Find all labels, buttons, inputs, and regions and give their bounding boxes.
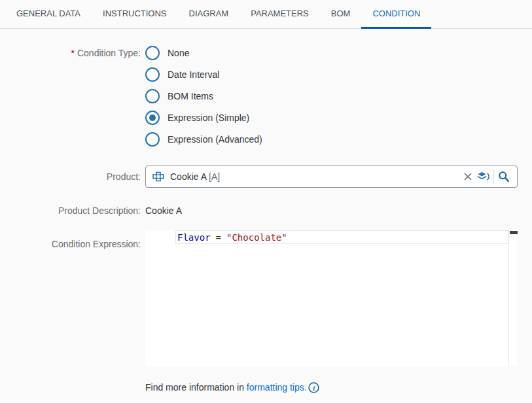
radio-circle-icon xyxy=(145,132,160,147)
code-identifier: Flavor xyxy=(177,232,211,243)
radio-label: None xyxy=(168,46,189,60)
clear-icon[interactable] xyxy=(460,169,476,184)
radio-circle-icon xyxy=(145,89,160,103)
code-string: "Chocolate" xyxy=(226,232,287,243)
product-row: Product: Cookie A [A] xyxy=(0,166,532,188)
editor-scrollbar[interactable] xyxy=(508,230,518,366)
tab-diagram[interactable]: DIAGRAM xyxy=(178,0,240,29)
radio-label: Expression (Simple) xyxy=(168,111,249,125)
editor-gutter xyxy=(145,230,175,366)
tab-bar: GENERAL DATA INSTRUCTIONS DIAGRAM PARAME… xyxy=(0,0,532,29)
search-icon[interactable] xyxy=(496,169,512,184)
radio-date-interval[interactable]: Date Interval xyxy=(145,67,262,82)
condition-expression-label: Condition Expression: xyxy=(0,230,141,250)
product-description-value: Cookie A xyxy=(145,205,182,216)
tab-bom[interactable]: BOM xyxy=(320,0,362,29)
radio-circle-icon xyxy=(145,67,160,82)
info-icon[interactable]: i xyxy=(308,382,319,393)
radio-label: BOM Items xyxy=(168,89,213,103)
tab-instructions[interactable]: INSTRUCTIONS xyxy=(92,0,178,29)
svg-text:i: i xyxy=(313,383,315,391)
tab-general-data[interactable]: GENERAL DATA xyxy=(5,0,92,29)
required-marker: * xyxy=(71,48,75,58)
value-help-stack-icon[interactable] xyxy=(476,169,491,184)
tab-parameters[interactable]: PARAMETERS xyxy=(239,0,320,29)
footer-hint-text: Find more information in xyxy=(145,381,247,393)
code-operator: = xyxy=(216,232,221,243)
product-value: Cookie A xyxy=(170,171,207,182)
tab-condition[interactable]: CONDITION xyxy=(361,0,431,29)
radio-none[interactable]: None xyxy=(145,46,262,60)
radio-label: Date Interval xyxy=(168,67,219,82)
footer-row: Find more information in formatting tips… xyxy=(0,381,532,393)
condition-form: *Condition Type: None Date Interval BOM … xyxy=(0,29,532,393)
footer-hint: Find more information in formatting tips… xyxy=(145,381,319,393)
condition-type-label: *Condition Type: xyxy=(0,46,141,60)
input-divider xyxy=(493,169,494,184)
product-description-label: Product Description: xyxy=(0,205,141,217)
product-suffix: [A] xyxy=(209,171,220,182)
condition-type-row: *Condition Type: None Date Interval BOM … xyxy=(0,46,532,147)
product-input[interactable]: Cookie A [A] xyxy=(145,166,518,188)
product-token: Cookie A [A] xyxy=(152,169,460,184)
condition-type-radio-group: None Date Interval BOM Items Expression … xyxy=(145,46,262,147)
scrollbar-thumb[interactable] xyxy=(510,231,518,234)
radio-label: Expression (Advanced) xyxy=(168,132,262,147)
radio-expression-simple[interactable]: Expression (Simple) xyxy=(145,111,262,125)
radio-circle-icon xyxy=(145,111,160,125)
radio-expression-advanced[interactable]: Expression (Advanced) xyxy=(145,132,262,147)
product-description-row: Product Description: Cookie A xyxy=(0,205,532,217)
radio-circle-icon xyxy=(145,46,160,60)
radio-bom-items[interactable]: BOM Items xyxy=(145,89,262,103)
product-icon xyxy=(152,169,164,184)
condition-expression-editor[interactable]: Flavor="Chocolate" xyxy=(145,230,518,366)
product-label: Product: xyxy=(0,166,141,188)
condition-expression-row: Condition Expression: Flavor="Chocolate" xyxy=(0,230,532,366)
formatting-tips-link[interactable]: formatting tips. xyxy=(247,381,307,393)
editor-current-line: Flavor="Chocolate" xyxy=(175,230,508,244)
